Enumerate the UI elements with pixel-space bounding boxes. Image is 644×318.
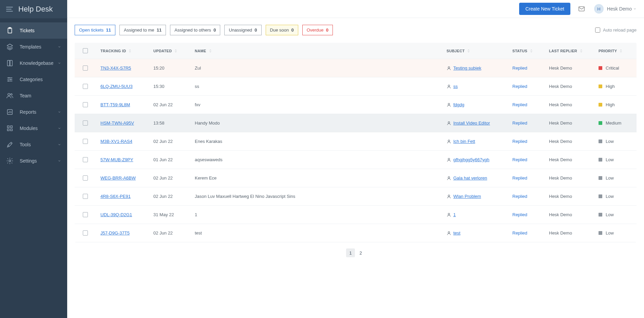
col-subject[interactable]: Subject xyxy=(442,43,508,59)
sidebar-item-label: Reports xyxy=(20,109,36,115)
row-checkbox[interactable] xyxy=(83,102,88,107)
sidebar-item-knowledgebase[interactable]: Knowledgebase xyxy=(0,55,67,71)
filter-assigned-to-me[interactable]: Assigned to me 11 xyxy=(119,25,166,35)
row-checkbox[interactable] xyxy=(83,194,88,199)
brand-title: Help Desk xyxy=(18,5,53,14)
cell-name: Jason Luv Maxuell Hartweg El Nino Javasc… xyxy=(190,187,442,205)
auto-reload-toggle[interactable]: Auto reload page xyxy=(595,27,637,33)
cell-replier: Hesk Demo xyxy=(544,151,594,169)
row-checkbox[interactable] xyxy=(83,66,88,71)
cell-replier: Hesk Demo xyxy=(544,77,594,95)
user-icon xyxy=(447,66,451,71)
subject-link[interactable]: gfhgjhgg5y667ygh xyxy=(453,157,489,162)
sidebar-item-settings[interactable]: Settings xyxy=(0,153,67,169)
chevron-down-icon xyxy=(58,127,61,130)
subject-link[interactable]: Wlan Problem xyxy=(453,194,481,199)
cell-status: Replied xyxy=(512,120,527,126)
sidebar-item-tools[interactable]: Tools xyxy=(0,136,67,153)
priority-indicator xyxy=(599,213,602,217)
tracking-link[interactable]: 6LQ-ZMU-5UU3 xyxy=(100,84,133,89)
cell-priority: Low xyxy=(606,139,614,144)
user-menu[interactable]: H Hesk Demo xyxy=(594,4,637,14)
subject-link[interactable]: ss xyxy=(453,84,458,89)
create-ticket-button[interactable]: Create New Ticket xyxy=(519,3,570,15)
priority-indicator xyxy=(599,158,602,162)
filter-overdue[interactable]: Overdue 0 xyxy=(302,25,333,35)
tracking-link[interactable]: 57W-MUB-Z9PY xyxy=(100,157,133,162)
cell-name: Handy Modo xyxy=(190,114,442,132)
sidebar-item-team[interactable]: Team xyxy=(0,88,67,104)
filter-due-soon[interactable]: Due soon 0 xyxy=(266,25,298,35)
tracking-link[interactable]: J57-D9G-37T5 xyxy=(100,230,130,236)
subject-link[interactable]: Install Video Editor xyxy=(453,120,490,126)
table-row[interactable]: J57-D9G-37T502 Jun 22testtestRepliedHesk… xyxy=(75,224,637,242)
page-1[interactable]: 1 xyxy=(346,248,355,257)
cell-replier: Hesk Demo xyxy=(544,224,594,242)
table-row[interactable]: HSM-TWN-A95V13:58Handy ModoInstall Video… xyxy=(75,114,637,132)
filter-assigned-to-others[interactable]: Assigned to others 0 xyxy=(170,25,220,35)
row-checkbox[interactable] xyxy=(83,120,88,126)
tracking-link[interactable]: BTT-T59-9L8M xyxy=(100,102,130,107)
table-row[interactable]: UDL-39Q-D2G131 May 2211RepliedHesk DemoL… xyxy=(75,206,637,224)
user-icon xyxy=(447,212,451,217)
table-row[interactable]: 57W-MUB-Z9PY01 Jun 22aqseswawedsgfhgjhgg… xyxy=(75,151,637,169)
sidebar-item-categories[interactable]: Categories xyxy=(0,71,67,88)
subject-link[interactable]: Testing subjek xyxy=(453,66,481,71)
tracking-link[interactable]: 4R8-S6X-PE91 xyxy=(100,194,131,199)
auto-reload-checkbox[interactable] xyxy=(595,27,600,33)
table-row[interactable]: M3B-XV1-RAS402 Jun 22Enes KarakasIch bin… xyxy=(75,132,637,151)
col-name[interactable]: Name xyxy=(190,43,442,59)
sidebar: Help Desk TicketsTemplatesKnowledgebaseC… xyxy=(0,0,67,318)
tracking-link[interactable]: HSM-TWN-A95V xyxy=(100,120,134,126)
tracking-link[interactable]: WEG-BRR-A6BW xyxy=(100,175,136,181)
subject-link[interactable]: fdgdg xyxy=(453,102,465,107)
subject-link[interactable]: Ich bin Fett xyxy=(453,139,475,144)
chevron-down-icon xyxy=(58,143,61,146)
select-all-checkbox[interactable] xyxy=(83,48,88,53)
user-icon xyxy=(447,194,451,199)
filter-open-tickets[interactable]: Open tickets 11 xyxy=(75,25,115,35)
sidebar-item-tickets[interactable]: Tickets xyxy=(0,22,67,39)
row-checkbox[interactable] xyxy=(83,139,88,144)
subject-link[interactable]: Gala hat verloren xyxy=(453,175,487,181)
col-updated[interactable]: Updated xyxy=(149,43,190,59)
cell-replier: Hesk Demo xyxy=(544,169,594,187)
cell-updated: 02 Jun 22 xyxy=(149,187,190,205)
cell-updated: 31 May 22 xyxy=(149,206,190,224)
tracking-link[interactable]: UDL-39Q-D2G1 xyxy=(100,212,132,217)
tracking-link[interactable]: TN3-X4X-S7R5 xyxy=(100,66,131,71)
cell-updated: 02 Jun 22 xyxy=(149,96,190,114)
sidebar-item-templates[interactable]: Templates xyxy=(0,39,67,55)
mail-icon[interactable] xyxy=(578,5,585,13)
chart-icon xyxy=(6,108,14,116)
table-row[interactable]: TN3-X4X-S7R515:20ZulTesting subjekReplie… xyxy=(75,59,637,77)
page-2[interactable]: 2 xyxy=(356,248,365,257)
col-priority[interactable]: Priority xyxy=(594,43,637,59)
filter-unassigned[interactable]: Unassigned 0 xyxy=(224,25,261,35)
col-tracking[interactable]: Tracking ID xyxy=(96,43,149,59)
table-row[interactable]: 6LQ-ZMU-5UU315:30ssssRepliedHesk DemoHig… xyxy=(75,77,637,96)
cell-updated: 15:30 xyxy=(149,77,190,95)
row-checkbox[interactable] xyxy=(83,175,88,181)
sliders-icon xyxy=(6,76,14,83)
table-row[interactable]: BTT-T59-9L8M02 Jun 22fxvfdgdgRepliedHesk… xyxy=(75,96,637,114)
subject-link[interactable]: test xyxy=(453,230,460,236)
menu-icon[interactable] xyxy=(5,5,14,13)
table-row[interactable]: 4R8-S6X-PE9102 Jun 22Jason Luv Maxuell H… xyxy=(75,187,637,206)
sidebar-item-reports[interactable]: Reports xyxy=(0,104,67,120)
row-checkbox[interactable] xyxy=(83,212,88,217)
priority-indicator xyxy=(599,194,602,198)
tracking-link[interactable]: M3B-XV1-RAS4 xyxy=(100,139,132,144)
row-checkbox[interactable] xyxy=(83,230,88,236)
table-row[interactable]: WEG-BRR-A6BW02 Jun 22Kerem EceGala hat v… xyxy=(75,169,637,187)
cell-replier: Hesk Demo xyxy=(544,59,594,77)
row-checkbox[interactable] xyxy=(83,84,88,89)
brand-bar: Help Desk xyxy=(0,0,67,18)
row-checkbox[interactable] xyxy=(83,157,88,162)
col-status[interactable]: Status xyxy=(508,43,544,59)
clipboard-icon xyxy=(6,27,14,34)
subject-link[interactable]: 1 xyxy=(453,212,456,217)
sidebar-item-modules[interactable]: Modules xyxy=(0,120,67,136)
tickets-table: Tracking ID Updated Name Subject Status … xyxy=(75,43,637,242)
col-replier[interactable]: Last Replier xyxy=(544,43,594,59)
